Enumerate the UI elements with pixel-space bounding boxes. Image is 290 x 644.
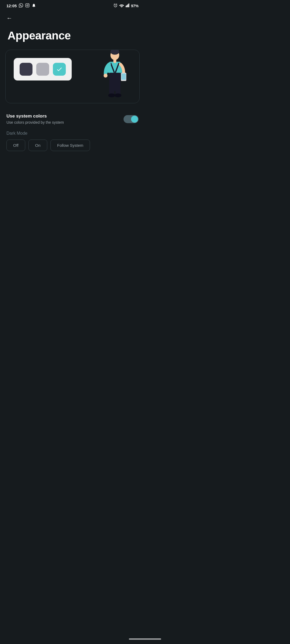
svg-rect-10	[113, 59, 116, 63]
person-illustration	[94, 50, 129, 103]
battery-percentage: 97%	[131, 4, 139, 8]
wifi-icon	[119, 3, 124, 8]
dark-mode-label: Dark Mode	[6, 131, 139, 136]
toggle-knob	[131, 116, 138, 123]
svg-rect-13	[115, 81, 120, 95]
notification-icon	[32, 3, 36, 8]
svg-point-14	[108, 93, 115, 97]
svg-rect-17	[121, 74, 126, 80]
svg-rect-3	[126, 6, 126, 7]
svg-rect-4	[126, 5, 127, 7]
svg-rect-5	[128, 4, 128, 7]
system-colors-row: Use system colors Use colors provided by…	[6, 111, 139, 130]
svg-point-2	[28, 4, 29, 5]
svg-rect-6	[128, 3, 129, 7]
gray-swatch	[36, 63, 49, 76]
svg-point-1	[27, 5, 28, 6]
system-colors-toggle[interactable]	[124, 115, 139, 123]
system-colors-text: Use system colors Use colors provided by…	[6, 114, 64, 125]
swatch-panel	[14, 58, 72, 80]
dark-mode-follow-system-button[interactable]: Follow System	[50, 140, 90, 151]
dark-mode-off-button[interactable]: Off	[6, 140, 25, 151]
back-button[interactable]: ←	[0, 10, 145, 24]
svg-rect-0	[26, 3, 29, 7]
illustration-card	[5, 50, 140, 103]
dark-swatch	[20, 63, 32, 76]
svg-point-15	[115, 93, 121, 97]
instagram-icon	[25, 3, 30, 8]
system-colors-subtitle: Use colors provided by the system	[6, 120, 64, 125]
back-arrow-icon: ←	[6, 15, 12, 21]
alarm-icon	[113, 3, 118, 8]
system-colors-title: Use system colors	[6, 114, 64, 119]
status-time: 12:05	[6, 3, 17, 8]
status-left: 12:05	[6, 3, 36, 8]
dark-mode-button-group: Off On Follow System	[6, 140, 139, 151]
teal-swatch	[53, 63, 66, 76]
signal-icon	[126, 3, 129, 8]
whatsapp-icon	[19, 3, 23, 8]
settings-section: Use system colors Use colors provided by…	[0, 111, 145, 151]
dark-mode-on-button[interactable]: On	[28, 140, 47, 151]
svg-rect-12	[109, 81, 114, 95]
page-title: Appearance	[0, 24, 145, 50]
status-right: 97%	[113, 3, 139, 8]
svg-point-18	[104, 74, 108, 78]
status-bar: 12:05	[0, 0, 145, 10]
